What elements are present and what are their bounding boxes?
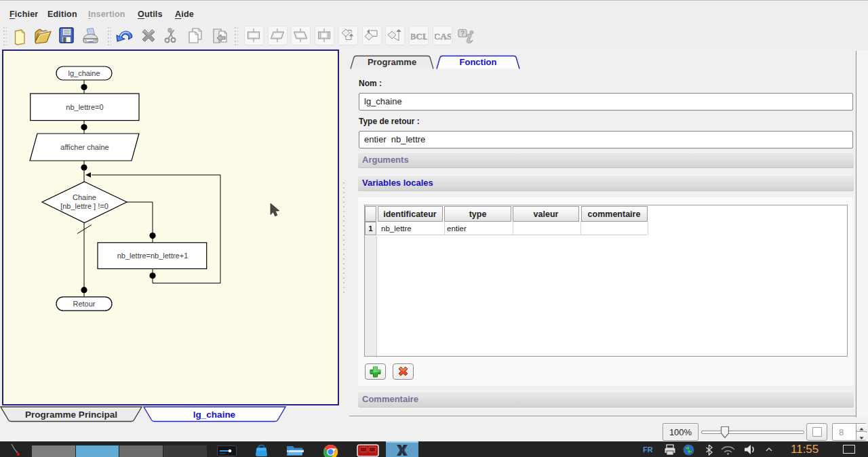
svg-text:lg_chaine: lg_chaine [193,410,236,420]
svg-text:Retour: Retour [73,300,95,308]
svg-text:Programme Principal: Programme Principal [25,410,117,420]
svg-text:Fonction: Fonction [460,57,497,67]
svg-text:BCL: BCL [411,31,427,41]
svg-text:CAS: CAS [435,31,451,41]
svg-text:[nb_lettre ] !=0: [nb_lettre ] !=0 [60,202,108,210]
svg-text:lg_chaine: lg_chaine [68,69,100,77]
svg-text:Programme: Programme [368,57,416,67]
svg-text:nb_lettre=nb_lettre+1: nb_lettre=nb_lettre+1 [117,252,189,260]
svg-text:afficher chaine: afficher chaine [60,143,108,151]
svg-text:Chaine: Chaine [73,193,96,201]
svg-text:nb_lettre=0: nb_lettre=0 [66,103,103,111]
svg-text:?: ? [460,30,465,37]
